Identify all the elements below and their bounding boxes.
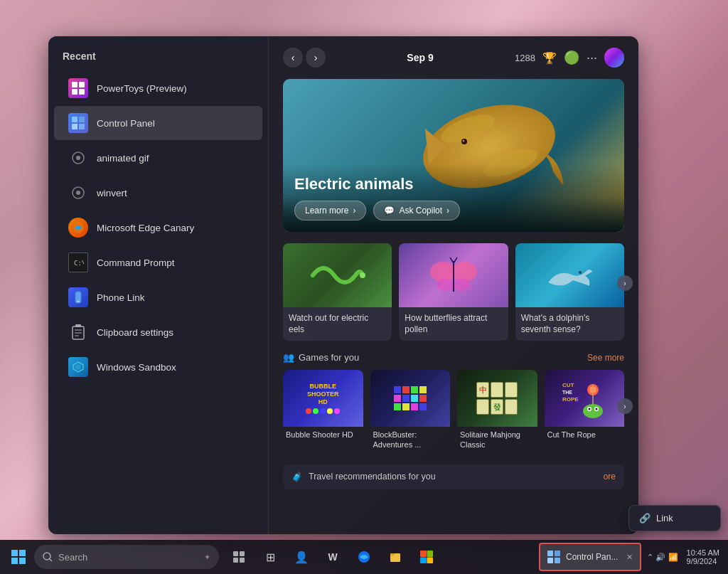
travel-see-more[interactable]: ore xyxy=(604,472,616,482)
svg-rect-51 xyxy=(19,550,26,556)
header-right: 1288 🏆 🟢 ··· xyxy=(515,48,624,68)
sidebar-item-animated-gif[interactable]: animated gif xyxy=(54,141,262,175)
game-card-blockbuster[interactable]: BlockBuster: Adventures ... xyxy=(370,370,451,453)
games-grid: BUBBLESHOOTERHD Bubble Shooter HD xyxy=(283,370,624,453)
circle-icon: 🟢 xyxy=(564,50,579,65)
search-icon xyxy=(43,552,53,562)
more-icon[interactable]: ··· xyxy=(587,51,597,65)
eels-label: Watch out for electric eels xyxy=(283,307,392,341)
sidebar-item-powertoys[interactable]: PowerToys (Preview) xyxy=(54,71,262,105)
control-panel-label: Control Panel xyxy=(97,118,155,129)
card-butterflies[interactable]: How butterflies attract pollen xyxy=(399,243,508,341)
game-card-cut-rope[interactable]: CUT THE ROPE xyxy=(545,370,625,453)
cut-rope-image: CUT THE ROPE xyxy=(545,370,625,427)
nav-back[interactable]: ‹ xyxy=(283,48,303,68)
svg-rect-67 xyxy=(547,551,553,556)
taskbar-icon-widgets[interactable]: ⊞ xyxy=(256,543,284,571)
system-tray-icons[interactable]: ⌃ 🔊 📶 xyxy=(647,553,678,562)
hero-title: Electric animals xyxy=(294,175,613,193)
content-cards-grid: Watch out for electric eels How butterfl… xyxy=(283,243,624,341)
sidebar-item-winvert[interactable]: winvert xyxy=(54,176,262,210)
taskbar-control-panel-item[interactable]: Control Pan... ✕ xyxy=(539,543,641,571)
w-icon: W xyxy=(328,551,337,563)
taskbar-search[interactable]: Search ✦ xyxy=(34,545,219,569)
svg-point-54 xyxy=(43,553,50,560)
main-header: ‹ › Sep 9 1288 🏆 🟢 ··· xyxy=(283,48,624,68)
edge-canary-icon xyxy=(68,218,88,238)
taskbar-app-item-inner: Control Pan... xyxy=(547,551,618,563)
card-eels[interactable]: Watch out for electric eels xyxy=(283,243,392,341)
sidebar-item-control-panel[interactable]: Control Panel xyxy=(54,106,262,140)
butterflies-image xyxy=(399,243,508,307)
sidebar-item-phone-link[interactable]: Phone Link xyxy=(54,280,262,314)
travel-bar[interactable]: 🧳 Travel recommendations for you ore xyxy=(283,464,624,489)
svg-rect-16 xyxy=(77,301,80,302)
powertoys-icon xyxy=(68,78,88,98)
hero-card[interactable]: Electric animals Learn more › 💬 Ask Copi… xyxy=(283,79,624,232)
winvert-label: winvert xyxy=(97,188,127,198)
sidebar-item-edge-canary[interactable]: Microsoft Edge Canary xyxy=(54,211,262,245)
animated-gif-label: animated gif xyxy=(97,153,149,164)
dolphins-label: What's a dolphin's seventh sense? xyxy=(515,307,624,341)
main-content: ‹ › Sep 9 1288 🏆 🟢 ··· xyxy=(269,36,638,534)
blockbuster-image xyxy=(370,370,451,427)
sandbox-icon xyxy=(68,357,88,377)
svg-text:THE: THE xyxy=(562,390,572,395)
taskbar-icon-store[interactable] xyxy=(412,543,441,571)
windows-logo-icon xyxy=(11,550,26,564)
edge-icon xyxy=(358,551,370,563)
svg-marker-23 xyxy=(75,364,81,371)
svg-point-48 xyxy=(596,408,598,410)
taskbar-icon-task-view[interactable] xyxy=(225,543,253,571)
taskbar-close-icon[interactable]: ✕ xyxy=(626,553,633,562)
control-panel-icon xyxy=(68,113,88,133)
file-explorer-icon xyxy=(389,551,402,563)
copilot-icon: 💬 xyxy=(384,206,395,216)
learn-more-button[interactable]: Learn more › xyxy=(294,201,366,220)
svg-rect-70 xyxy=(555,558,560,563)
card-dolphins[interactable]: What's a dolphin's seventh sense? xyxy=(515,243,624,341)
cards-next-btn[interactable]: › xyxy=(617,275,633,291)
taskbar-icon-edge[interactable] xyxy=(350,543,378,571)
games-next-btn[interactable]: › xyxy=(617,398,633,414)
powertoys-label: PowerToys (Preview) xyxy=(97,83,187,94)
taskbar-system-tray: ⌃ 🔊 📶 10:45 AM9/9/2024 xyxy=(644,548,722,565)
svg-line-37 xyxy=(454,257,457,263)
bubble-shooter-label: Bubble Shooter HD xyxy=(283,427,363,442)
svg-rect-66 xyxy=(427,558,434,564)
taskbar-icon-w[interactable]: W xyxy=(318,543,347,571)
start-button[interactable] xyxy=(6,544,31,570)
games-see-more[interactable]: See more xyxy=(587,353,624,363)
header-badge: 1288 xyxy=(515,53,535,63)
bubble-shooter-image: BUBBLESHOOTERHD xyxy=(283,370,363,427)
svg-rect-69 xyxy=(547,558,553,563)
ask-copilot-button[interactable]: 💬 Ask Copilot › xyxy=(373,201,460,220)
svg-line-55 xyxy=(50,559,52,561)
game-card-bubble-shooter[interactable]: BUBBLESHOOTERHD Bubble Shooter HD xyxy=(283,370,363,453)
nav-forward[interactable]: › xyxy=(306,48,326,68)
taskbar-control-panel-icon xyxy=(547,551,560,563)
blockbuster-label: BlockBuster: Adventures ... xyxy=(370,427,451,453)
game-card-solitaire[interactable]: 中 發 Solitaire Mahjong Classic xyxy=(457,370,537,453)
link-popup: 🔗 Link xyxy=(628,505,721,531)
svg-rect-68 xyxy=(555,551,560,556)
cut-rope-label: Cut The Rope xyxy=(545,427,625,442)
svg-rect-4 xyxy=(72,117,77,122)
ask-copilot-label: Ask Copilot xyxy=(399,206,442,216)
avatar[interactable] xyxy=(604,48,624,68)
sidebar-item-command-prompt[interactable]: C:\ Command Prompt xyxy=(54,245,262,280)
sidebar-item-sandbox[interactable]: Windows Sandbox xyxy=(54,350,262,384)
svg-point-11 xyxy=(76,191,80,195)
svg-rect-52 xyxy=(11,558,18,564)
link-label: Link xyxy=(656,513,673,523)
taskbar-icon-person[interactable]: 👤 xyxy=(287,543,316,571)
taskbar-icon-file[interactable] xyxy=(381,543,410,571)
games-section-title: 👥 Games for you xyxy=(283,352,359,363)
games-title-text: Games for you xyxy=(299,352,359,363)
svg-rect-18 xyxy=(75,324,81,327)
svg-point-29 xyxy=(463,140,465,142)
sidebar-item-clipboard[interactable]: Clipboard settings xyxy=(54,315,262,349)
svg-point-33 xyxy=(437,278,454,291)
svg-point-30 xyxy=(360,272,365,278)
butterflies-label: How butterflies attract pollen xyxy=(399,307,508,341)
